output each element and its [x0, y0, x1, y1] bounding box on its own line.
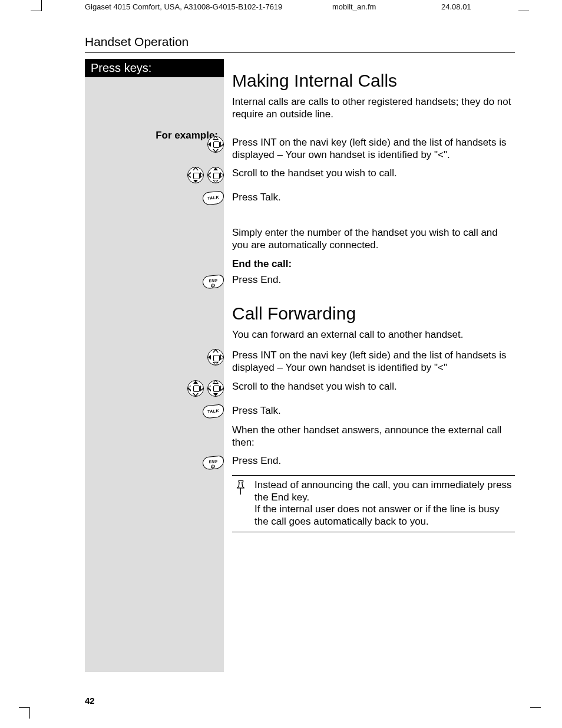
- end-call-heading: End the call:: [232, 258, 515, 270]
- note-box: Instead of announcing the call, you can …: [232, 475, 515, 532]
- cf-step-press-talk: Press Talk.: [232, 404, 515, 417]
- navi-left-icon: [207, 136, 224, 153]
- step-press-int: Press INT on the navi key (left side) an…: [232, 136, 515, 162]
- cf-step-scroll: Scroll to the handset you wish to call.: [232, 380, 515, 393]
- header-date: 24.08.01: [441, 2, 471, 11]
- cf-step-press-end: Press End.: [232, 454, 515, 467]
- right-column: Making Internal Calls Internal calls are…: [224, 59, 515, 672]
- pushpin-icon: [232, 479, 249, 528]
- step-press-end: Press End.: [232, 274, 515, 286]
- step-enter-number: Simply enter the number of the handset y…: [232, 226, 515, 252]
- step-press-talk: Press Talk.: [232, 191, 515, 203]
- intro-internal-calls: Internal calls are calls to other regist…: [232, 95, 515, 121]
- navi-down-icon: [207, 380, 224, 397]
- navi-left-icon: [207, 349, 224, 365]
- navi-up-icon: [207, 167, 224, 183]
- header-product: Gigaset 4015 Comfort, USA, A31008-G4015-…: [85, 2, 332, 11]
- page-number: 42: [0, 672, 562, 706]
- navi-up-icon: [187, 380, 204, 397]
- section-rule: [85, 52, 515, 53]
- doc-header: Gigaset 4015 Comfort, USA, A31008-G4015-…: [0, 0, 562, 14]
- note-text: Instead of announcing the call, you can …: [254, 479, 515, 528]
- heading-call-forwarding: Call Forwarding: [232, 304, 515, 324]
- intro-call-forwarding: You can forward an external call to anot…: [232, 328, 515, 341]
- heading-making-internal-calls: Making Internal Calls: [232, 71, 515, 91]
- cf-announce: When the other handset answers, announce…: [232, 424, 515, 449]
- press-keys-bar: Press keys:: [85, 59, 224, 77]
- section-title: Handset Operation: [0, 14, 562, 52]
- step-scroll: Scroll to the handset you wish to call.: [232, 167, 515, 179]
- header-file: mobilt_an.fm: [332, 2, 441, 11]
- cf-step-press-int: Press INT on the navi key (left side) an…: [232, 349, 515, 374]
- left-column: Press keys: For example:: [85, 59, 224, 672]
- navi-down-icon: [187, 167, 204, 183]
